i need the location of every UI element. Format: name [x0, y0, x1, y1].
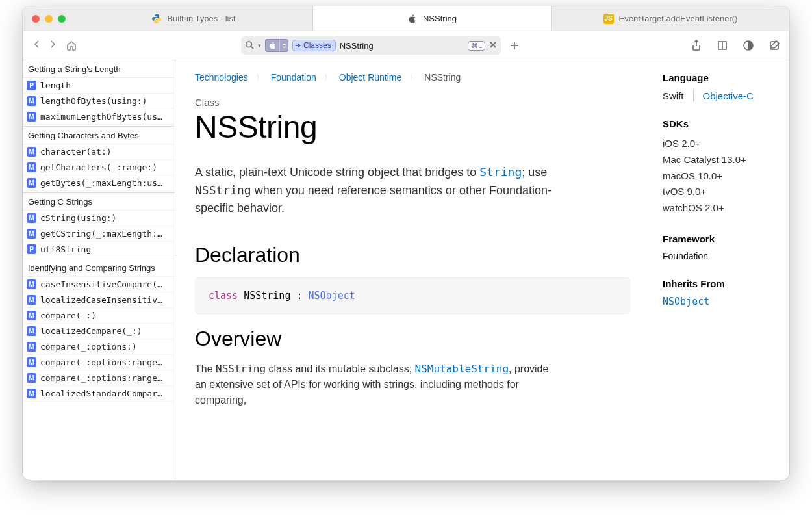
home-button[interactable]: [66, 40, 77, 51]
sidebar-group-title: Getting Characters and Bytes: [23, 126, 175, 144]
sidebar-item[interactable]: Mcharacter(at:): [23, 144, 175, 160]
breadcrumb-link[interactable]: Foundation: [271, 72, 316, 83]
docset-dropdown-icon: [279, 39, 288, 52]
aside-inherits-heading: Inherits From: [663, 278, 776, 289]
sidebar-item-label: localizedCompare(_:): [40, 326, 142, 336]
sidebar-item[interactable]: MlocalizedCompare(_:): [23, 324, 175, 339]
link-nsobject[interactable]: NSObject: [309, 290, 355, 302]
shortcut-hint: ⌘L: [468, 41, 485, 51]
search-icon: [245, 40, 254, 51]
lang-objc[interactable]: Objective-C: [703, 90, 754, 101]
back-button[interactable]: [32, 39, 42, 52]
forward-button[interactable]: [47, 39, 58, 52]
sidebar-item-label: getBytes(_:maxLength:us…: [40, 178, 162, 188]
sdk-item: watchOS 2.0+: [663, 200, 776, 216]
breadcrumb-link[interactable]: Object Runtime: [339, 72, 401, 83]
bookmarks-icon[interactable]: [717, 40, 728, 51]
aside-framework-heading: Framework: [663, 233, 776, 244]
sidebar-item-label: cString(using:): [40, 213, 116, 223]
sidebar-item[interactable]: Mcompare(_:): [23, 308, 175, 324]
sidebar-item[interactable]: Putf8String: [23, 242, 175, 257]
addressbar-container: ▾ Classes NSString ⌘L: [85, 36, 675, 55]
titlebar: Built-in Types - list NSString JS EventT…: [23, 6, 789, 31]
sidebar-item-label: character(at:): [40, 147, 112, 157]
doc-main: Technologies 〉 Foundation 〉 Object Runti…: [175, 60, 650, 480]
sidebar-item[interactable]: MgetCString(_:maxLength:…: [23, 226, 175, 242]
method-badge-icon: M: [27, 279, 36, 289]
toolbar: ▾ Classes NSString ⌘L: [23, 31, 789, 60]
method-badge-icon: M: [27, 147, 36, 157]
tab-mdn-eventtarget[interactable]: JS EventTarget.addEventListener(): [552, 6, 789, 31]
sidebar-item-label: compare(_:): [40, 311, 96, 320]
filter-chip-label: Classes: [303, 41, 331, 50]
share-icon[interactable]: [691, 40, 702, 51]
docset-chip[interactable]: [265, 39, 288, 52]
doc-scroll[interactable]: Technologies 〉 Foundation 〉 Object Runti…: [175, 60, 789, 480]
sidebar-item[interactable]: MlocalizedCaseInsensitiv…: [23, 292, 175, 308]
python-icon: [151, 14, 162, 24]
language-switch: Swift Objective-C: [663, 90, 776, 101]
doc-aside: Language Swift Objective-C SDKs iOS 2.0+…: [650, 60, 789, 480]
compose-icon[interactable]: [768, 40, 780, 51]
sdk-item: tvOS 9.0+: [663, 184, 776, 200]
sidebar-item-label: getCharacters(_:range:): [40, 162, 157, 172]
sidebar-item[interactable]: Plength: [23, 78, 175, 94]
inherits-link[interactable]: NSObject: [663, 296, 709, 307]
method-badge-icon: M: [27, 326, 36, 336]
browser-tabs: Built-in Types - list NSString JS EventT…: [75, 6, 789, 31]
lang-swift[interactable]: Swift: [663, 90, 684, 101]
breadcrumbs: Technologies 〉 Foundation 〉 Object Runti…: [195, 72, 630, 83]
doc-kicker: Class: [195, 97, 630, 108]
tab-label: EventTarget.addEventListener(): [619, 14, 738, 23]
sidebar-item[interactable]: Mcompare(_:options:): [23, 339, 175, 355]
filter-chip-classes[interactable]: Classes: [292, 40, 336, 51]
framework-name: Foundation: [663, 251, 776, 261]
sidebar-item[interactable]: McaseInsensitiveCompare(…: [23, 277, 175, 292]
chevron-right-icon: 〉: [256, 73, 263, 83]
section-overview: Overview: [195, 327, 630, 351]
zoom-window-button[interactable]: [58, 15, 66, 23]
sidebar-item[interactable]: MgetCharacters(_:range:): [23, 160, 175, 175]
sidebar[interactable]: Getting a String's LengthPlengthMlengthO…: [23, 60, 175, 480]
tab-label: Built-in Types - list: [167, 14, 235, 23]
sidebar-item-label: localizedStandardCompar…: [40, 389, 162, 398]
method-badge-icon: M: [27, 162, 36, 172]
app-window: Built-in Types - list NSString JS EventT…: [23, 6, 789, 480]
method-badge-icon: M: [27, 295, 36, 305]
sidebar-item[interactable]: MlocalizedStandardCompar…: [23, 386, 175, 402]
sidebar-item[interactable]: Mcompare(_:options:range…: [23, 370, 175, 386]
new-tab-button[interactable]: [510, 36, 519, 55]
tab-nsstring[interactable]: NSString: [313, 6, 552, 31]
sidebar-item-label: lengthOfBytes(using:): [40, 96, 147, 106]
property-badge-icon: P: [27, 81, 36, 90]
apple-docset-icon: [265, 39, 279, 52]
page-title: NSString: [195, 109, 630, 145]
close-window-button[interactable]: [32, 15, 40, 23]
content-area: Getting a String's LengthPlengthMlengthO…: [23, 60, 789, 480]
sidebar-item-label: localizedCaseInsensitiv…: [40, 295, 162, 305]
sidebar-item-label: getCString(_:maxLength:…: [40, 229, 162, 239]
method-badge-icon: M: [27, 229, 36, 239]
sidebar-item[interactable]: McString(using:): [23, 211, 175, 226]
sidebar-item-label: maximumLengthOfBytes(us…: [40, 112, 162, 122]
sdk-list: iOS 2.0+Mac Catalyst 13.0+macOS 10.0+tvO…: [663, 136, 776, 216]
sidebar-item-label: compare(_:options:): [40, 342, 137, 352]
method-badge-icon: M: [27, 342, 36, 352]
sidebar-item[interactable]: MlengthOfBytes(using:): [23, 94, 175, 109]
overview-text: The NSString class and its mutable subcl…: [195, 361, 559, 408]
sidebar-item[interactable]: MmaximumLengthOfBytes(us…: [23, 109, 175, 125]
sidebar-item[interactable]: Mcompare(_:options:range…: [23, 355, 175, 370]
tab-python-docs[interactable]: Built-in Types - list: [75, 6, 313, 31]
sidebar-item[interactable]: MgetBytes(_:maxLength:us…: [23, 175, 175, 191]
section-declaration: Declaration: [195, 243, 630, 267]
sidebar-item-label: compare(_:options:range…: [40, 373, 162, 383]
addressbar[interactable]: ▾ Classes NSString ⌘L: [241, 36, 501, 55]
doc-summary: A static, plain-text Unicode string obje…: [195, 163, 559, 217]
clear-search-button[interactable]: [489, 41, 497, 51]
link-nsmutablestring[interactable]: NSMutableString: [415, 363, 509, 375]
minimize-window-button[interactable]: [45, 15, 53, 23]
appearance-icon[interactable]: [742, 40, 754, 51]
sdk-item: Mac Catalyst 13.0+: [663, 152, 776, 168]
breadcrumb-link[interactable]: Technologies: [195, 72, 248, 83]
link-string[interactable]: String: [479, 165, 522, 179]
